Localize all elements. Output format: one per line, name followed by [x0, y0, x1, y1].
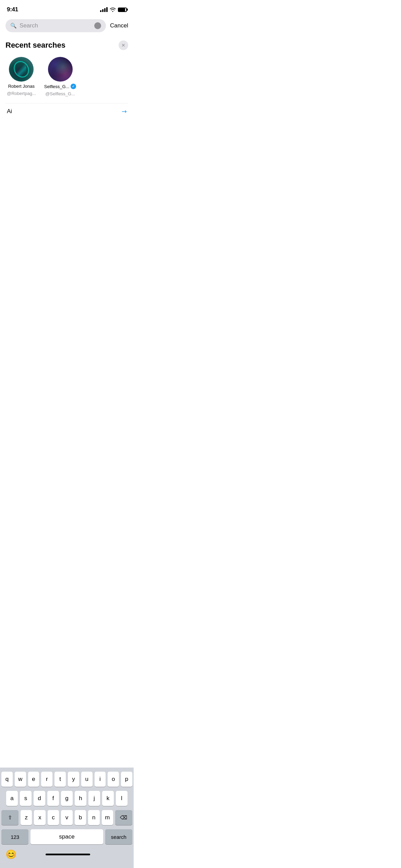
user-name: Selfless_G...: [44, 84, 70, 89]
search-container: 🔍 Search Cancel: [0, 16, 134, 36]
search-bar[interactable]: 🔍 Search: [5, 19, 106, 32]
battery-icon: [118, 8, 127, 12]
clear-recent-button[interactable]: ✕: [119, 40, 128, 50]
search-icon: 🔍: [10, 23, 17, 29]
recent-users-row: Robert Jonas @Robertpag... Selfless_G...…: [5, 57, 128, 96]
avatar: [48, 57, 73, 82]
verified-badge: ✓: [71, 84, 76, 89]
cancel-button[interactable]: Cancel: [110, 22, 128, 29]
user-name-row: Selfless_G... ✓: [44, 84, 76, 89]
status-icons: [100, 7, 127, 12]
user-item[interactable]: Selfless_G... ✓ @Selfless_G...: [44, 57, 76, 96]
recent-searches-title: Recent searches: [5, 41, 65, 50]
search-text-item[interactable]: Ai ↗: [5, 103, 128, 119]
search-cursor: [94, 22, 101, 29]
status-bar: 9:41: [0, 0, 134, 16]
avatar: [9, 57, 34, 82]
status-time: 9:41: [7, 6, 18, 13]
recent-searches-header: Recent searches ✕: [5, 40, 128, 50]
arrow-up-left-icon: ↗: [120, 107, 129, 116]
user-name: Robert Jonas: [8, 84, 35, 89]
user-handle: @Selfless_G...: [45, 91, 75, 96]
wifi-icon: [110, 7, 116, 12]
close-icon: ✕: [121, 43, 125, 48]
search-placeholder: Search: [20, 22, 92, 29]
search-text: Ai: [7, 108, 12, 115]
signal-icon: [100, 7, 108, 12]
user-handle: @Robertpag...: [7, 91, 36, 96]
user-name-row: Robert Jonas: [8, 84, 35, 89]
user-item[interactable]: Robert Jonas @Robertpag...: [7, 57, 36, 96]
recent-searches-section: Recent searches ✕ Robert Jonas @Robertpa…: [0, 36, 134, 122]
